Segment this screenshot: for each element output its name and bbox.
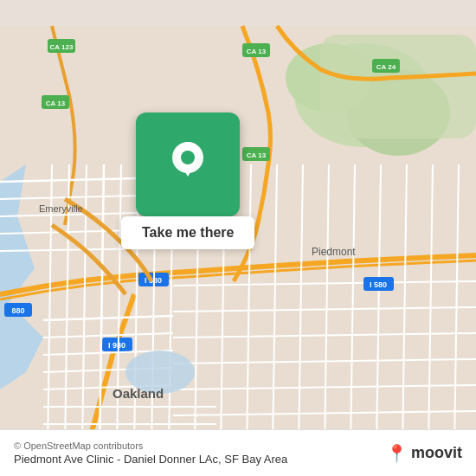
svg-text:880: 880 <box>11 306 24 315</box>
moovit-pin-icon: 📍 <box>386 443 408 464</box>
svg-point-68 <box>181 151 195 164</box>
svg-text:CA 123: CA 123 <box>50 43 74 51</box>
svg-text:Oakland: Oakland <box>113 386 164 401</box>
copyright-text: © OpenStreetMap contributors <box>14 441 287 451</box>
svg-text:CA 13: CA 13 <box>46 100 66 107</box>
clinic-name: Piedmont Ave Clinic - Daniel Donner LAc,… <box>14 453 287 466</box>
card-info: © OpenStreetMap contributors Piedmont Av… <box>14 441 287 466</box>
map-container: I 580 I 980 CA 13 CA 13 CA 24 CA 123 CA … <box>0 0 476 476</box>
button-overlay: Take me there <box>121 113 254 249</box>
svg-text:CA 24: CA 24 <box>376 63 396 71</box>
svg-text:CA 13: CA 13 <box>247 48 267 55</box>
pin-icon <box>166 138 209 190</box>
moovit-logo: 📍 moovit <box>386 443 462 464</box>
svg-rect-7 <box>320 35 476 138</box>
svg-text:Piedmont: Piedmont <box>312 246 356 258</box>
location-pin-box <box>136 113 240 216</box>
take-me-there-button[interactable]: Take me there <box>121 216 254 249</box>
svg-text:I 980: I 980 <box>108 341 125 350</box>
bottom-card: © OpenStreetMap contributors Piedmont Av… <box>0 429 476 476</box>
svg-text:Emeryville: Emeryville <box>39 203 83 214</box>
svg-text:I 580: I 580 <box>370 280 387 289</box>
moovit-brand-text: moovit <box>411 444 462 462</box>
